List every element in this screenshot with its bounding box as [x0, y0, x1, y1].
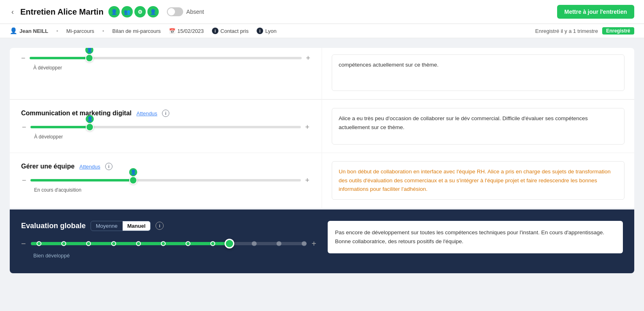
slider-plus-gerer[interactable]: + — [305, 177, 309, 184]
slider-level-communication: À développer — [34, 134, 309, 140]
skill-left-gerer: Gérer une équipe Attendus i − 👤 — [10, 153, 322, 208]
skill-title-gerer: Gérer une équipe — [21, 163, 75, 170]
slider-plus-communication[interactable]: + — [305, 123, 309, 131]
partial-level-label: À développer — [33, 65, 310, 71]
user-icon: 👤 — [10, 27, 17, 35]
svg-text:👤: 👤 — [86, 48, 93, 53]
subheader: 👤 Jean NEILL • Mi-parcours • Bilan de mi… — [0, 24, 644, 38]
partial-slider-thumb[interactable] — [85, 54, 93, 62]
slider-level-gerer: En cours d'acquisition — [34, 187, 309, 193]
skill-title-communication: Communication et marketing digital — [21, 110, 132, 117]
global-comment-box[interactable]: Pas encore de développement sur toutes l… — [328, 221, 623, 254]
slider-container-gerer: − 👤 + En cours d'a — [21, 177, 310, 193]
skill-comment-communication[interactable]: Alice a eu très peu d'occasion de collab… — [332, 108, 625, 145]
toggle-knob — [168, 8, 175, 15]
dot-8 — [210, 241, 215, 246]
global-level-label: Bien développé — [33, 253, 316, 259]
page-title: Entretien Alice Martin — [20, 7, 104, 17]
header: ‹ Entretien Alice Martin 👤 👥 ⚙ 👤 Absent … — [0, 0, 644, 24]
dot-gray-3 — [302, 241, 307, 246]
partial-slider-container: − 👤 + — [21, 54, 310, 71]
dot-2 — [61, 241, 66, 246]
global-slider-track[interactable] — [31, 242, 307, 245]
absent-toggle[interactable] — [167, 7, 183, 16]
calendar-icon: 📅 — [169, 28, 175, 34]
user-info: 👤 Jean NEILL — [10, 27, 48, 35]
global-slider-minus[interactable]: − — [21, 239, 26, 248]
main-content: − 👤 + — [0, 38, 644, 273]
contact-info-icon: i — [212, 28, 218, 34]
global-title-row: Evaluation globale Moyenne Manuel i — [21, 221, 316, 231]
skill-left-communication: Communication et marketing digital Atten… — [10, 100, 322, 153]
skill-comment-gerer[interactable]: Un bon début de collaboration en interfa… — [332, 161, 625, 200]
skill-right-communication: Alice a eu très peu d'occasion de collab… — [322, 100, 634, 153]
dot-6 — [161, 241, 166, 246]
slider-minus-gerer[interactable]: − — [22, 177, 26, 184]
absent-toggle-wrap: Absent — [167, 7, 204, 16]
info-icon-gerer[interactable]: i — [105, 163, 112, 170]
svg-text:👤: 👤 — [87, 116, 93, 122]
update-interview-button[interactable]: Mettre à jour l'entretien — [557, 5, 634, 19]
svg-text:👤: 👤 — [130, 169, 136, 175]
dot-1 — [37, 241, 41, 246]
absent-label: Absent — [186, 9, 204, 15]
info-icon-communication[interactable]: i — [162, 110, 169, 117]
avatar-4: 👤 — [147, 6, 159, 17]
date-label: 15/02/2023 — [177, 28, 204, 34]
partial-slider-plus[interactable]: + — [306, 54, 310, 62]
bilan-label: Bilan de mi-parcours — [112, 28, 161, 34]
partial-skill-right: compétences actuellement sur ce thème. — [322, 48, 634, 99]
partial-slider-track[interactable]: 👤 — [30, 57, 302, 59]
dot-gray-1 — [252, 241, 257, 246]
contact-label: Contact pris — [220, 28, 249, 34]
moyenne-manuel-tabs: Moyenne Manuel — [91, 221, 151, 231]
slider-track-wrap-gerer: − 👤 + — [22, 177, 309, 184]
global-eval-left: Evaluation globale Moyenne Manuel i − — [21, 221, 316, 259]
partial-skill-comment: compétences actuellement sur ce thème. — [332, 54, 625, 91]
global-slider-plus[interactable]: + — [311, 239, 316, 248]
partial-skill-card: − 👤 + — [10, 48, 634, 99]
back-button[interactable]: ‹ — [10, 8, 15, 16]
tab-moyenne[interactable]: Moyenne — [91, 221, 122, 231]
partial-slider-track-wrap: − 👤 + — [21, 54, 310, 62]
global-eval-section: Evaluation globale Moyenne Manuel i − — [10, 209, 634, 273]
location-item: i Lyon — [257, 28, 277, 34]
slider-track-communication[interactable]: 👤 — [30, 126, 301, 128]
date-item: 📅 15/02/2023 — [169, 28, 204, 34]
partial-skill-left: − 👤 + — [10, 48, 322, 99]
slider-container-communication: − 👤 + À développer — [21, 123, 310, 140]
dot-4 — [111, 241, 116, 246]
skill-card-communication: Communication et marketing digital Atten… — [10, 99, 634, 153]
partial-slider-minus[interactable]: − — [21, 54, 26, 62]
skill-title-row-gerer: Gérer une équipe Attendus i — [21, 163, 310, 170]
saved-time-label: Enregistré il y a 1 trimestre — [535, 28, 598, 34]
global-eval-right: Pas encore de développement sur toutes l… — [328, 221, 623, 259]
global-slider-thumb[interactable] — [225, 239, 234, 248]
global-slider-container: − — [21, 239, 316, 259]
slider-thumb-gerer[interactable] — [129, 176, 137, 184]
dot-7 — [186, 241, 190, 246]
skill-card-gerer: Gérer une équipe Attendus i − 👤 — [10, 153, 634, 208]
location-label: Lyon — [265, 28, 277, 34]
attendu-link-gerer[interactable]: Attendus — [80, 164, 100, 170]
avatar-1: 👤 — [108, 6, 120, 17]
partial-slider-fill — [30, 57, 90, 59]
slider-track-gerer[interactable]: 👤 — [30, 179, 301, 181]
slider-fill-gerer — [30, 179, 133, 181]
slider-thumb-communication[interactable] — [86, 123, 94, 131]
avatar-2: 👥 — [121, 6, 133, 17]
saved-status: Enregistré il y a 1 trimestre Enregistré — [535, 27, 634, 35]
parcours-label: Mi-parcours — [66, 28, 94, 34]
global-slider-wrap: − — [21, 239, 316, 248]
global-info-icon[interactable]: i — [156, 222, 164, 230]
slider-fill-communication — [30, 126, 90, 128]
slider-minus-communication[interactable]: − — [22, 123, 26, 131]
user-name: Jean NEILL — [19, 28, 48, 34]
enregistre-badge: Enregistré — [602, 27, 634, 35]
dot-3 — [86, 241, 91, 246]
tab-manuel[interactable]: Manuel — [123, 221, 151, 231]
attendu-link-communication[interactable]: Attendus — [136, 110, 157, 117]
avatar-3: ⚙ — [134, 6, 146, 17]
location-info-icon: i — [257, 28, 263, 34]
skill-title-row-communication: Communication et marketing digital Atten… — [21, 110, 310, 117]
